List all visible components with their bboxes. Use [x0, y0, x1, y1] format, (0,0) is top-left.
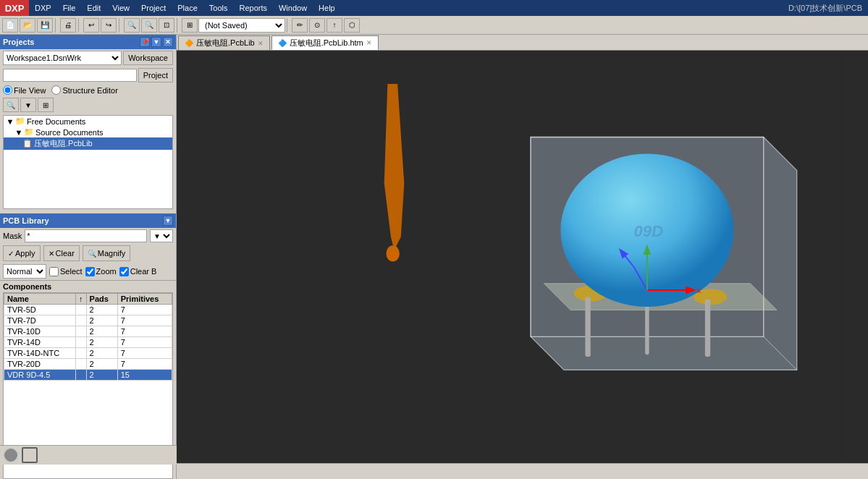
proj-icon3[interactable]: ⊞ [38, 98, 54, 112]
proj-icon2[interactable]: ▼ [20, 98, 36, 112]
new-btn[interactable]: 📄 [2, 18, 18, 33]
cell-pads: 2 [86, 305, 117, 315]
table-row[interactable]: VDR 9D-4.5 2 15 [4, 370, 172, 381]
file-tree: ▼ 📁 Free Documents ▼ 📁 Source Documents … [3, 115, 173, 209]
table-row[interactable]: TVR-10D 2 7 [4, 326, 172, 337]
menu-help[interactable]: Help [313, 2, 341, 14]
menu-view[interactable]: View [106, 2, 135, 14]
clear-btn[interactable]: ✕ Clear [43, 245, 80, 261]
projects-panel-header: Projects 📌 ▼ ✕ [0, 35, 176, 49]
redo-btn[interactable]: ↪ [101, 18, 117, 33]
table-row[interactable]: TVR-14D-NTC 2 7 [4, 348, 172, 359]
structure-editor-label[interactable]: Structure Editor [51, 85, 117, 95]
mask-input[interactable] [25, 229, 147, 242]
file-view-label[interactable]: File View [3, 85, 46, 95]
menu-tools[interactable]: Tools [203, 2, 234, 14]
file-icon: 📋 [22, 139, 33, 148]
col-primitives[interactable]: Primitives [117, 294, 172, 305]
path-display: D:\[07]技术创新\PCB [788, 3, 868, 14]
cell-name: TVR-10D [4, 326, 76, 337]
file-view-radio[interactable] [3, 85, 12, 95]
save-btn[interactable]: 💾 [37, 18, 53, 33]
right-area: 🔶 压敏电阻.PcbLib ✕ 🔷 压敏电阻.PcbLib.htm ✕ [177, 35, 868, 479]
cell-sort [76, 305, 87, 315]
menu-place[interactable]: Place [172, 2, 203, 14]
col-name[interactable]: Name [4, 294, 76, 305]
tab-pcblib-close[interactable]: ✕ [258, 40, 264, 47]
workspace-dropdown[interactable]: Workspace1.DsnWrk [3, 51, 122, 65]
canvas-area[interactable]: 09D [177, 51, 868, 463]
undo-btn[interactable]: ↩ [83, 18, 99, 33]
select-checkbox-label[interactable]: Select [49, 267, 83, 276]
cell-sort [76, 359, 87, 370]
select-checkbox[interactable] [49, 267, 59, 276]
swatch-rect[interactable] [22, 447, 38, 463]
menu-window[interactable]: Window [273, 2, 313, 14]
table-row[interactable]: TVR-20D 2 7 [4, 359, 172, 370]
menu-dxp[interactable]: DXP [29, 2, 57, 14]
table-row[interactable]: TVR-7D 2 7 [4, 315, 172, 326]
panel-pin-btn[interactable]: 📌 [140, 37, 150, 47]
svg-text:09D: 09D [633, 222, 663, 240]
zoom-checkbox-label[interactable]: Zoom [85, 267, 117, 276]
grid-btn[interactable]: ⊞ [182, 18, 198, 33]
open-btn[interactable]: 📂 [20, 18, 35, 33]
panel-close-btn[interactable]: ✕ [163, 37, 173, 47]
menu-edit[interactable]: Edit [81, 2, 106, 14]
tree-source-documents[interactable]: ▼ 📁 Source Documents [4, 127, 172, 137]
tab-pcblib-htm-close[interactable]: ✕ [366, 39, 372, 46]
project-btn[interactable]: Project [138, 68, 173, 82]
magnify-btn[interactable]: 🔍 Magnify [83, 245, 131, 261]
tree-free-documents[interactable]: ▼ 📁 Free Documents [4, 116, 172, 127]
structure-editor-radio[interactable] [51, 85, 61, 95]
cell-primitives: 7 [117, 348, 172, 359]
cell-primitives: 15 [117, 370, 172, 381]
projects-toolbar2: Project [0, 67, 176, 84]
menu-reports[interactable]: Reports [233, 2, 273, 14]
mode-select[interactable]: Normal [3, 264, 46, 279]
svg-point-2 [386, 245, 399, 261]
table-row[interactable]: TVR-14D 2 7 [4, 337, 172, 348]
proj-icon1[interactable]: 🔍 [3, 98, 19, 112]
tab-bar: 🔶 压敏电阻.PcbLib ✕ 🔷 压敏电阻.PcbLib.htm ✕ [177, 35, 868, 51]
cell-primitives: 7 [117, 359, 172, 370]
tb-extra1[interactable]: ✏ [292, 18, 308, 33]
col-sort[interactable]: ↑ [76, 294, 87, 305]
swatch-circle1[interactable] [3, 447, 19, 463]
zoom-fit-btn[interactable]: ⊡ [159, 18, 174, 33]
tab-pcblib[interactable]: 🔶 压敏电阻.PcbLib ✕ [178, 35, 270, 50]
zoom-checkbox[interactable] [85, 267, 95, 276]
not-saved-dropdown[interactable]: (Not Saved) [198, 18, 285, 33]
proj-icon-row: 🔍 ▼ ⊞ [0, 96, 176, 114]
zoom-out-btn[interactable]: 🔍 [141, 18, 157, 33]
tb-extra2[interactable]: ⊙ [309, 18, 325, 33]
tree-pcblib-file[interactable]: 📋 压敏电阻.PcbLib [4, 137, 172, 150]
menu-file[interactable]: File [57, 2, 82, 14]
tb-extra3[interactable]: ↑ [326, 18, 342, 33]
clearb-checkbox[interactable] [119, 267, 129, 276]
apply-icon: ✓ [8, 250, 14, 258]
svg-text:x: x [697, 286, 701, 294]
table-row[interactable]: TVR-5D 2 7 [4, 305, 172, 315]
mask-dropdown[interactable]: ▼ [150, 229, 173, 242]
zoom-in-btn[interactable]: 🔍 [124, 18, 140, 33]
mask-label: Mask [3, 232, 22, 240]
cell-name: TVR-5D [4, 305, 76, 315]
pcblib-menu-btn[interactable]: ▼ [163, 216, 173, 226]
col-pads[interactable]: Pads [86, 294, 117, 305]
clearb-checkbox-label[interactable]: Clear B [119, 267, 157, 276]
panel-menu-btn[interactable]: ▼ [151, 37, 161, 47]
tb-extra4[interactable]: ⬡ [344, 18, 360, 33]
folder-icon: 📁 [15, 116, 25, 126]
apply-btn[interactable]: ✓ Apply [3, 245, 41, 261]
cell-sort [76, 337, 87, 348]
svg-rect-10 [585, 297, 590, 357]
mode-row: Normal Select Zoom Clear B [0, 263, 176, 280]
pcblib-file-label: 压敏电阻.PcbLib [34, 138, 93, 149]
menu-project[interactable]: Project [135, 2, 172, 14]
print-btn[interactable]: 🖨 [60, 18, 76, 33]
workspace-btn[interactable]: Workspace [123, 51, 173, 65]
project-search-input[interactable] [3, 69, 137, 82]
cell-primitives: 7 [117, 305, 172, 315]
tab-pcblib-htm[interactable]: 🔷 压敏电阻.PcbLib.htm ✕ [271, 35, 379, 50]
